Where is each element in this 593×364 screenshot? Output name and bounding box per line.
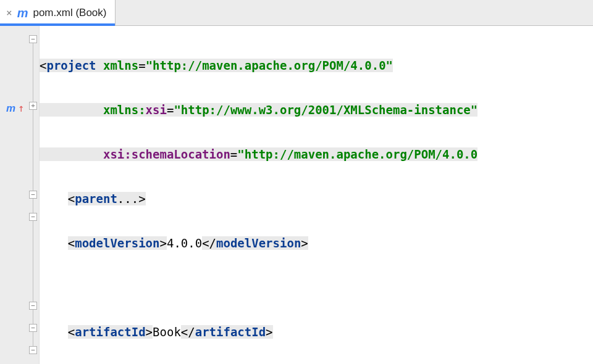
tab-label: pom.xml (Book) [33,7,106,19]
fold-end-dep[interactable]: − [29,302,37,310]
close-icon[interactable]: × [6,8,12,18]
code-line[interactable]: xsi:schemaLocation="http://maven.apache.… [40,143,593,165]
arrow-up-icon[interactable]: ↑ [18,102,24,114]
code-line[interactable]: xmlns:xsi="http://www.w3.org/2001/XMLSch… [40,99,593,121]
editor-area: m ↑ − + − − − − − <project xmlns="http:/… [0,26,593,364]
fold-toggle-dep[interactable]: − [29,213,37,221]
fold-toggle[interactable]: − [29,35,37,43]
code-line[interactable]: <artifactId>Book</artifactId> [40,321,593,343]
code-line[interactable] [40,276,593,299]
fold-gutter: − + − − − − − [27,26,40,364]
code-line[interactable]: <project xmlns="http://maven.apache.org/… [40,54,593,77]
tab-bar: × m pom.xml (Book) [0,0,593,26]
maven-gutter-icon[interactable]: m [6,102,15,115]
code-line[interactable]: <modelVersion>4.0.0</modelVersion> [40,232,593,254]
editor-tab[interactable]: × m pom.xml (Book) [0,0,116,25]
left-gutter: m ↑ [0,26,27,364]
code-line[interactable]: <parent...> [40,188,593,210]
fold-end-deps[interactable]: − [29,324,37,332]
fold-toggle-deps[interactable]: − [29,191,37,199]
fold-toggle-parent[interactable]: + [29,102,37,110]
fold-end-project[interactable]: − [29,346,37,354]
maven-icon: m [17,7,28,19]
code-lines[interactable]: <project xmlns="http://maven.apache.org/… [40,26,593,364]
